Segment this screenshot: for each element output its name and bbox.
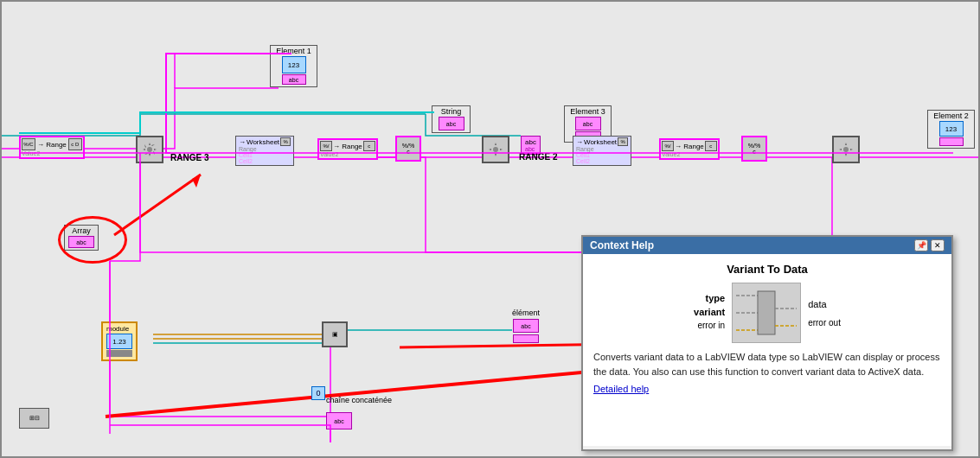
range3-icon2: c bbox=[705, 141, 717, 151]
abc-node-lower: abc bbox=[326, 412, 352, 429]
ch-error-in-label: error in bbox=[694, 321, 725, 330]
element-icon2 bbox=[513, 334, 539, 343]
svg-rect-14 bbox=[758, 291, 775, 334]
ch-type-label: type bbox=[694, 293, 725, 303]
range3-icon: %/ bbox=[662, 141, 674, 151]
context-help-title: Context Help bbox=[590, 239, 654, 251]
range2-icon: %/ bbox=[320, 141, 332, 151]
range3-arrow: → Range bbox=[675, 143, 704, 150]
ws2-arrow: → bbox=[576, 138, 583, 146]
ch-diagram-row: type variant error in bbox=[593, 283, 941, 343]
svg-point-6 bbox=[147, 147, 152, 152]
string-icon: abc bbox=[439, 117, 464, 130]
element2-icon2 bbox=[939, 137, 964, 146]
range3-value: Value2 bbox=[662, 151, 717, 157]
variant-node-2: %/%c bbox=[741, 136, 767, 162]
element-label: élément bbox=[512, 309, 540, 317]
gear-node-2 bbox=[482, 136, 509, 163]
array-label: Array bbox=[68, 226, 94, 235]
variant-node-1: %/%c bbox=[395, 136, 421, 162]
element2-label: Element 2 bbox=[929, 111, 973, 120]
convert-node-lower: ▣ bbox=[322, 321, 348, 347]
variant1-text: %/%c bbox=[402, 143, 414, 155]
ch-function-name: Variant To Data bbox=[593, 263, 941, 276]
module-icon: 1.23 bbox=[106, 334, 132, 349]
bottom-left-icon: ⊞⊟ bbox=[29, 415, 40, 422]
bottom-node-left: ⊞⊟ bbox=[19, 408, 49, 429]
ch-labels: type variant error in bbox=[694, 293, 725, 334]
gear-icon-2 bbox=[487, 141, 504, 158]
svg-point-7 bbox=[493, 147, 498, 152]
element1-node: Element 1 123 abc bbox=[270, 45, 317, 87]
ch-right-labels: data error out bbox=[808, 299, 841, 328]
context-help-body: Variant To Data type variant error in bbox=[583, 254, 951, 446]
ch-node-svg bbox=[736, 287, 797, 339]
ch-detailed-help-link[interactable]: Detailed help bbox=[593, 384, 941, 394]
context-help-titlebar: Context Help 📌 ✕ bbox=[583, 237, 951, 254]
ch-node-box bbox=[732, 283, 801, 343]
range-node-3: %/ → Range c Value2 bbox=[659, 138, 720, 160]
element2-icon: 123 bbox=[939, 121, 964, 137]
ws2-text: Worksheet bbox=[584, 138, 617, 146]
worksheet-node-1: → Worksheet % Range Cell1 Cell2 bbox=[235, 136, 294, 166]
array-node: Array abc bbox=[64, 225, 99, 251]
convert-lower-text: ▣ bbox=[332, 331, 338, 338]
gear-icon-3 bbox=[837, 141, 855, 158]
element1-icon: 123 bbox=[282, 56, 306, 73]
module-node: module 1.23 bbox=[101, 321, 138, 361]
range3-label: RANGE 3 bbox=[170, 153, 208, 162]
ch-error-out-label: error out bbox=[808, 318, 841, 328]
svg-line-0 bbox=[114, 175, 201, 235]
element1-label: Element 1 bbox=[272, 47, 316, 55]
range2-label: RANGE 2 bbox=[519, 152, 557, 162]
element3-label: Element 3 bbox=[566, 107, 610, 116]
context-help-panel: Context Help 📌 ✕ Variant To Data type va… bbox=[581, 235, 953, 451]
zero-value: 0 bbox=[311, 386, 325, 400]
ch-description: Converts variant data to a LabVIEW data … bbox=[593, 350, 941, 378]
ws2-cell1: Cell1 bbox=[576, 152, 628, 158]
ws1-cell1: Cell1 bbox=[239, 152, 291, 158]
worksheet-node-2: → Worksheet % Range Cell1 Cell2 bbox=[573, 136, 631, 166]
main-canvas: Element 1 123 abc String abc Element 3 a… bbox=[0, 0, 980, 458]
module-icon2 bbox=[106, 350, 132, 357]
ws1-text: Worksheet bbox=[247, 138, 279, 146]
string-node: String abc bbox=[432, 105, 471, 133]
range2-value: Value2 bbox=[320, 151, 375, 157]
svg-marker-1 bbox=[192, 175, 201, 188]
ws2-range: Range bbox=[576, 146, 628, 152]
ws1-cell2: Cell2 bbox=[239, 158, 291, 164]
element-float-label: élément abc bbox=[512, 309, 540, 344]
range-node-2: %/ → Range c Value2 bbox=[317, 138, 378, 160]
element-icon: abc bbox=[513, 319, 539, 333]
variant2-text: %/%c bbox=[748, 143, 760, 155]
gear-node-3 bbox=[832, 136, 860, 163]
ch-variant-label: variant bbox=[694, 307, 725, 317]
range2-arrow: → Range bbox=[333, 143, 362, 150]
abc1-text: abc bbox=[525, 138, 536, 146]
ch-data-label: data bbox=[808, 299, 841, 309]
array-icon: abc bbox=[68, 236, 94, 248]
element1-icon2: abc bbox=[282, 74, 306, 85]
range2-icon2: c bbox=[363, 141, 375, 151]
string-label: String bbox=[433, 107, 469, 116]
ws2-cell2: Cell2 bbox=[576, 158, 628, 164]
element3-icon: abc bbox=[575, 117, 601, 130]
context-help-buttons: 📌 ✕ bbox=[914, 239, 945, 251]
gear-icon-1 bbox=[141, 141, 158, 158]
ws1-range: Range bbox=[239, 146, 291, 152]
context-help-pin-button[interactable]: 📌 bbox=[914, 239, 928, 251]
chaine-label: chaîne concaténée bbox=[326, 396, 392, 404]
range1-icon: %/C bbox=[22, 138, 35, 150]
gear-node-1 bbox=[136, 136, 163, 163]
ws2-icon: % bbox=[618, 137, 628, 146]
module-label: module bbox=[106, 325, 132, 333]
range1-text: → Range bbox=[37, 141, 67, 149]
range1-value: Value2 bbox=[22, 150, 82, 156]
ws1-arrow: → bbox=[239, 138, 246, 146]
range-node-1: %/C → Range c D Value2 bbox=[19, 136, 85, 159]
element2-node: Element 2 123 bbox=[927, 110, 975, 149]
range1-icon2: c D bbox=[68, 138, 82, 150]
svg-point-8 bbox=[843, 147, 849, 152]
context-help-close-button[interactable]: ✕ bbox=[931, 239, 945, 251]
ws1-icon: % bbox=[280, 137, 291, 146]
